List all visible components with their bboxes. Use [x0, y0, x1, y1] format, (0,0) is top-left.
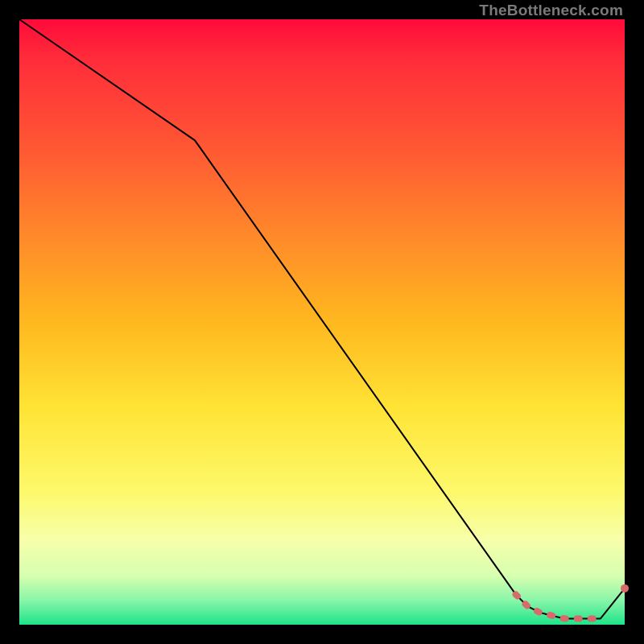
chart-svg [19, 19, 625, 625]
plot-area [19, 19, 625, 625]
highlight-segment [516, 594, 601, 618]
chart-frame: TheBottleneck.com [0, 0, 644, 644]
curve-line [19, 19, 625, 618]
watermark-text: TheBottleneck.com [479, 2, 623, 19]
end-dot [621, 584, 629, 592]
